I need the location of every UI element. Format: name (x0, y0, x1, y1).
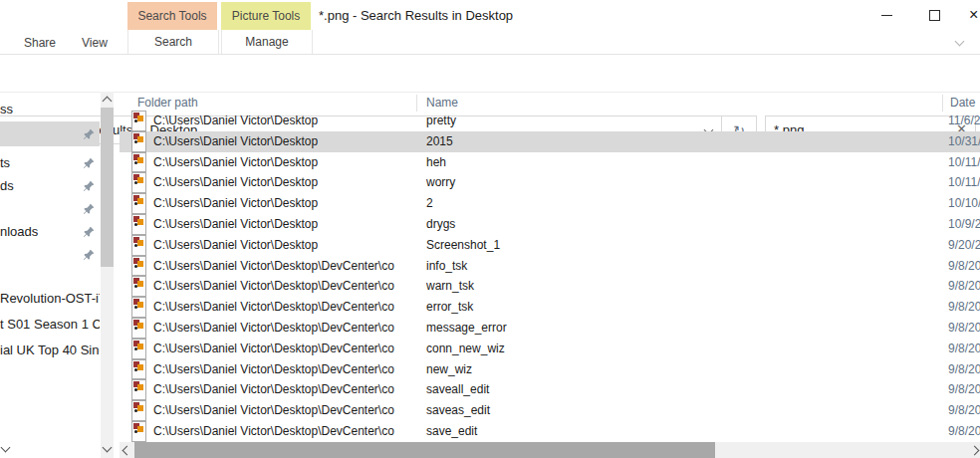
minimize-button[interactable] (864, 0, 908, 30)
column-header-folder-path[interactable]: Folder path (137, 96, 198, 110)
sidebar-scrollbar[interactable] (101, 92, 114, 458)
file-name: saveas_edit (426, 400, 725, 421)
tree-expander-chevron-icon[interactable] (1, 443, 11, 453)
file-path: C:\Users\Daniel Victor\Desktop (153, 111, 394, 131)
image-file-icon (131, 235, 146, 256)
table-row[interactable]: C:\Users\Daniel Victor\Desktopheh10/11/ (120, 152, 980, 173)
ribbon-collapse-icon[interactable] (955, 37, 965, 47)
close-icon: × (969, 0, 978, 30)
pin-icon (83, 128, 95, 140)
table-row[interactable]: C:\Users\Daniel Victor\Desktopdrygs10/9/… (120, 214, 980, 235)
file-name: worry (426, 172, 725, 193)
column-separator[interactable] (416, 95, 417, 112)
image-file-icon (131, 214, 146, 235)
file-date: 9/8/20 (948, 400, 980, 421)
image-file-icon (131, 111, 146, 131)
image-file-icon (131, 318, 146, 339)
image-file-icon (131, 193, 146, 214)
table-row[interactable]: C:\Users\Daniel Victor\Desktop\DevCenter… (120, 379, 980, 400)
tab-manage[interactable]: Manage (221, 30, 313, 54)
file-path: C:\Users\Daniel Victor\Desktop\DevCenter… (153, 339, 394, 359)
sidebar-item-media[interactable]: ial UK Top 40 Single (0, 341, 100, 360)
scroll-up-icon[interactable] (103, 97, 113, 107)
file-name: message_error (426, 318, 725, 339)
file-path: C:\Users\Daniel Victor\Desktop (153, 235, 394, 256)
sidebar-item[interactable]: ds (0, 174, 100, 197)
file-name: error_tsk (426, 297, 725, 318)
sidebar-item[interactable]: nloads (0, 220, 100, 243)
window-title: *.png - Search Results in Desktop (319, 8, 513, 23)
file-path: C:\Users\Daniel Victor\Desktop (153, 152, 394, 173)
table-row[interactable]: C:\Users\Daniel Victor\Desktop\DevCenter… (120, 339, 980, 359)
file-name: 2015 (426, 131, 725, 152)
image-file-icon (131, 131, 146, 152)
image-file-icon (131, 297, 146, 318)
file-date: 10/31/ (948, 131, 980, 152)
file-path: C:\Users\Daniel Victor\Desktop (153, 172, 394, 193)
pin-icon (83, 157, 95, 169)
sidebar-scrollbar-thumb[interactable] (101, 108, 114, 267)
tab-view[interactable]: View (82, 32, 108, 54)
scroll-right-icon[interactable] (970, 446, 980, 456)
sidebar-item-media[interactable]: Revolution-OST-iTu (0, 289, 100, 309)
table-row[interactable]: C:\Users\Daniel Victor\Desktop\DevCenter… (120, 256, 980, 277)
table-row[interactable]: C:\Users\Daniel Victor\DesktopScreenshot… (120, 235, 980, 256)
file-date: 9/8/20 (948, 339, 980, 359)
table-row[interactable]: C:\Users\Daniel Victor\Desktop\DevCenter… (120, 297, 980, 318)
pin-icon (83, 249, 95, 261)
file-path: C:\Users\Daniel Victor\Desktop (153, 214, 394, 235)
table-row[interactable]: C:\Users\Daniel Victor\Desktop\DevCenter… (120, 400, 980, 421)
file-date: 10/11/ (948, 152, 980, 173)
file-name: 2 (426, 193, 725, 214)
column-header-name[interactable]: Name (426, 96, 458, 110)
image-file-icon (131, 172, 146, 193)
file-date: 9/20/2 (948, 235, 980, 256)
sidebar-quick-access-header[interactable]: ss (0, 102, 13, 116)
close-button[interactable]: × (968, 0, 980, 30)
tab-search[interactable]: Search (127, 30, 219, 54)
image-file-icon (131, 359, 146, 380)
table-row[interactable]: C:\Users\Daniel Victor\Desktop210/10/ (120, 193, 980, 214)
file-name: heh (426, 152, 725, 173)
table-row[interactable]: C:\Users\Daniel Victor\Desktoppretty11/6… (120, 111, 980, 131)
file-path: C:\Users\Daniel Victor\Desktop\DevCenter… (153, 379, 394, 400)
image-file-icon (131, 339, 146, 359)
file-path: C:\Users\Daniel Victor\Desktop\DevCenter… (153, 400, 394, 421)
file-path: C:\Users\Daniel Victor\Desktop\DevCenter… (153, 318, 394, 339)
file-date: 9/8/20 (948, 421, 980, 442)
horizontal-scrollbar[interactable] (120, 442, 980, 458)
table-row[interactable]: C:\Users\Daniel Victor\Desktopworry10/11… (120, 172, 980, 193)
sidebar-item[interactable] (0, 121, 100, 146)
file-name: drygs (426, 214, 725, 235)
file-path: C:\Users\Daniel Victor\Desktop\DevCenter… (153, 359, 394, 380)
sidebar-item[interactable] (0, 197, 100, 220)
tab-share[interactable]: Share (24, 32, 56, 54)
column-header-date[interactable]: Date (950, 96, 975, 110)
file-name: warn_tsk (426, 276, 725, 297)
maximize-button[interactable] (912, 0, 956, 30)
minimize-icon (881, 15, 892, 16)
sidebar-item[interactable]: ts (0, 151, 100, 174)
table-row[interactable]: C:\Users\Daniel Victor\Desktop201510/31/ (120, 131, 980, 152)
table-row[interactable]: C:\Users\Daniel Victor\Desktop\DevCenter… (120, 359, 980, 380)
table-row[interactable]: C:\Users\Daniel Victor\Desktop\DevCenter… (120, 421, 980, 442)
file-name: new_wiz (426, 359, 725, 380)
file-path: C:\Users\Daniel Victor\Desktop\DevCenter… (153, 297, 394, 318)
file-date: 9/8/20 (948, 276, 980, 297)
table-row[interactable]: C:\Users\Daniel Victor\Desktop\DevCenter… (120, 318, 980, 339)
scroll-down-icon[interactable] (103, 443, 113, 453)
sidebar-item-media[interactable]: t S01 Season 1 Com (0, 315, 100, 335)
pin-icon (83, 226, 95, 238)
scroll-left-icon[interactable] (122, 446, 132, 456)
table-row[interactable]: C:\Users\Daniel Victor\Desktop\DevCenter… (120, 276, 980, 297)
column-separator[interactable] (942, 95, 943, 112)
contextual-tab-picture-tools[interactable]: Picture Tools (221, 2, 311, 30)
address-row: Search Results in Desktop ↻ ✕ (0, 55, 980, 93)
sidebar-item[interactable] (0, 243, 100, 266)
file-date: 10/11/ (948, 172, 980, 193)
explorer-window: Search Tools Picture Tools *.png - Searc… (0, 0, 980, 458)
file-path: C:\Users\Daniel Victor\Desktop (153, 193, 394, 214)
image-file-icon (131, 379, 146, 400)
horizontal-scrollbar-thumb[interactable] (134, 442, 715, 458)
contextual-tab-search-tools[interactable]: Search Tools (127, 2, 217, 30)
